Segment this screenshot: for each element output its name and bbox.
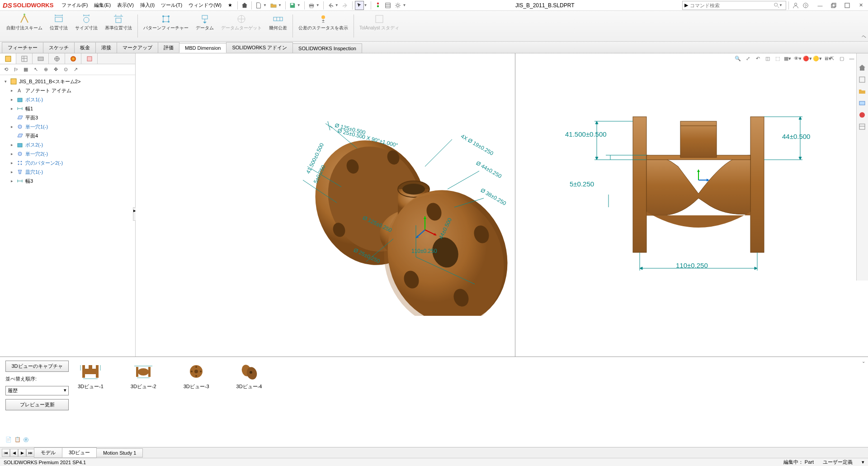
expand-icon[interactable]: ▸ [9, 124, 14, 129]
tree-item[interactable]: ▸幅1 [1, 104, 134, 113]
update-preview-button[interactable]: プレビュー更新 [5, 399, 69, 410]
dim-label[interactable]: 110±0.250 [676, 262, 708, 269]
thumb-3dview-2[interactable]: 3Dビュー-2 [131, 362, 156, 390]
tree-root[interactable]: ▾ JIS_B_2011_B<スキーム2> [1, 77, 134, 86]
tree-item[interactable]: 平面4 [1, 131, 134, 140]
tree-item[interactable]: ▸単一穴2(-) [1, 149, 134, 158]
bottom-tab-motion[interactable]: Motion Study 1 [96, 448, 143, 457]
menu-insert[interactable]: 挿入(I) [137, 1, 157, 10]
fm-tool-2[interactable]: 🏳 [12, 66, 20, 74]
tree-item[interactable]: ▸穴のパターン2(-) [1, 158, 134, 167]
settings-icon[interactable] [393, 1, 402, 10]
menu-window[interactable]: ウィンドウ(W) [186, 1, 224, 10]
tab-inspection[interactable]: SOLIDWORKS Inspection [292, 43, 362, 53]
tab-nav-last[interactable]: ⏭ [26, 449, 34, 457]
task-appear-icon[interactable] [857, 109, 868, 120]
pdf-icon[interactable]: 📄 [5, 437, 12, 443]
fm-tab-property[interactable] [16, 53, 33, 64]
fm-tool-6[interactable]: ✥ [52, 66, 60, 74]
bottom-tab-model[interactable]: モデル [34, 447, 62, 458]
menu-view[interactable]: 表示(V) [114, 1, 137, 10]
tab-nav-first[interactable]: ⏮ [2, 449, 10, 457]
tree-item[interactable]: 平面3 [1, 113, 134, 122]
capture-3d-view-button[interactable]: 3Dビューのキャプチャ [5, 361, 69, 372]
new-dropdown[interactable]: ▼ [263, 3, 267, 7]
minimize-button[interactable]: — [816, 1, 825, 10]
redo-icon[interactable] [341, 1, 350, 10]
size-dim-button[interactable]: サイズ寸法 [72, 13, 100, 39]
fm-tool-3[interactable]: ▦ [22, 66, 30, 74]
expand-icon[interactable]: ▸ [9, 143, 14, 147]
dim-label[interactable]: 5±0.250 [570, 180, 594, 188]
tree-item[interactable]: ▸幅3 [1, 176, 134, 185]
thumb-3dview-1[interactable]: 3Dビュー-1 [78, 362, 104, 390]
zoom-area-icon[interactable]: ⤢ [743, 54, 752, 62]
prev-view-icon[interactable]: ↶ [753, 54, 762, 62]
undo-icon[interactable] [326, 1, 335, 10]
web-icon[interactable]: ⓔ [24, 437, 28, 443]
user-icon[interactable] [791, 1, 800, 10]
status-dropdown-icon[interactable]: ▾ [862, 459, 864, 465]
scene-icon[interactable]: 🟡▾ [813, 54, 822, 62]
tree-item[interactable]: ▸Aアノテート アイテム [1, 86, 134, 95]
expand-icon[interactable]: ▸ [9, 88, 14, 93]
menu-edit[interactable]: 編集(E) [91, 1, 113, 10]
select-icon[interactable] [355, 1, 364, 10]
tab-sheetmetal[interactable]: 板金 [74, 42, 96, 53]
tab-mbd[interactable]: MBD Dimension [179, 43, 226, 53]
menu-tools[interactable]: ツール(T) [158, 1, 185, 10]
save-dropdown[interactable]: ▼ [297, 3, 301, 7]
sort-select[interactable]: 履歴 ▾ [5, 386, 69, 395]
restore-button[interactable] [829, 1, 838, 10]
save-icon[interactable] [288, 1, 297, 10]
dim-label[interactable]: 44±0.500 [782, 133, 810, 140]
expand-icon[interactable]: ▸ [9, 179, 14, 183]
fm-tab-extra[interactable] [81, 53, 98, 64]
expand-icon[interactable]: ▸ [9, 97, 14, 102]
select-dropdown[interactable]: ▼ [364, 3, 368, 7]
tree-item[interactable]: ▸ボス1(-) [1, 95, 134, 104]
bottom-tab-3dview[interactable]: 3Dビュー [62, 447, 97, 458]
options-icon[interactable] [383, 1, 392, 10]
open-icon[interactable] [269, 1, 278, 10]
expand-icon[interactable]: ▸ [9, 152, 14, 156]
section-icon[interactable]: ◫ [763, 54, 772, 62]
task-prop-icon[interactable] [857, 121, 868, 132]
datum-tool-button[interactable]: データム [193, 13, 217, 39]
tab-weld[interactable]: 溶接 [95, 42, 117, 53]
datum-button[interactable]: 基準位置寸法 [102, 13, 135, 39]
vp-link-icon[interactable]: ⇱ [827, 54, 836, 62]
traffic-icon[interactable] [373, 1, 382, 10]
task-view-icon[interactable] [857, 98, 868, 109]
open-dropdown[interactable]: ▼ [278, 3, 282, 7]
tol-status-button[interactable]: ±公差のステータスを表示 [296, 13, 351, 39]
expand-icon[interactable]: ▸ [9, 106, 14, 111]
fm-tool-4[interactable]: ↖ [32, 66, 40, 74]
print-dropdown[interactable]: ▼ [316, 3, 320, 7]
close-button[interactable]: ✕ [856, 1, 865, 10]
vp-max-icon[interactable]: — [847, 54, 856, 62]
command-search[interactable]: ▶ ▼ [682, 1, 786, 10]
tab-nav-next[interactable]: ▶ [18, 449, 26, 457]
thumb-3dview-3[interactable]: 3Dビュー-3 [184, 362, 209, 390]
tab-nav-prev[interactable]: ◀ [10, 449, 18, 457]
tab-feature[interactable]: フィーチャー [2, 42, 43, 53]
tree-item[interactable]: ▸ボス2(-) [1, 140, 134, 149]
menu-file[interactable]: ファイル(F) [59, 1, 90, 10]
undo-dropdown[interactable]: ▼ [335, 3, 339, 7]
display-style-icon[interactable]: ▦▾ [783, 54, 792, 62]
pattern-button[interactable]: パターンフィーチャー [141, 13, 191, 39]
task-lib-icon[interactable] [857, 74, 868, 85]
loc-dim-button[interactable]: 位置寸法 [47, 13, 71, 39]
search-dropdown[interactable]: ▼ [779, 3, 783, 7]
tab-sketch[interactable]: スケッチ [43, 42, 75, 53]
search-run-icon[interactable]: ▶ [684, 2, 688, 8]
home-icon[interactable] [240, 1, 249, 10]
thumb-3dview-4[interactable]: 3Dビュー-4 [236, 362, 262, 390]
tab-addins[interactable]: SOLIDWORKS アドイン [226, 42, 293, 53]
task-file-icon[interactable] [857, 86, 868, 97]
fm-tool-7[interactable]: ⊙ [61, 66, 70, 74]
help-icon[interactable]: ? [801, 1, 810, 10]
collapse-icon[interactable]: ▾ [3, 79, 8, 84]
search-input[interactable] [690, 3, 774, 8]
